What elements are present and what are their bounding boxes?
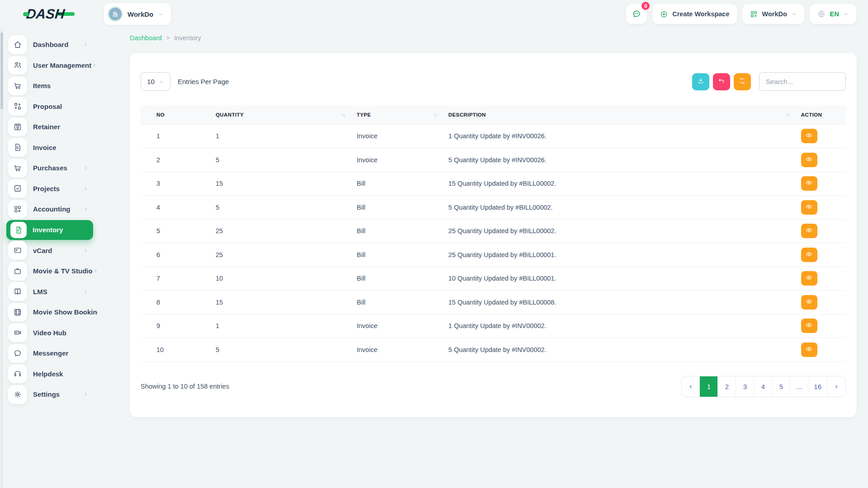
download-icon — [697, 77, 705, 86]
showing-entries-text: Showing 1 to 10 of 158 entries — [141, 383, 229, 390]
cell-quantity: 25 — [211, 243, 352, 267]
table-row: 10 5 Invoice 5 Quantity Update by #INV00… — [141, 338, 846, 362]
sidebar-item-movie-show-booking[interactable]: Movie Show Booking — [6, 302, 93, 323]
sidebar-item-inventory[interactable]: Inventory — [6, 220, 93, 240]
view-button[interactable] — [801, 153, 817, 167]
cell-no: 6 — [141, 243, 211, 267]
column-header-description[interactable]: DESCRIPTION↑↓ — [444, 106, 797, 124]
cell-no: 10 — [141, 338, 211, 362]
column-label: DESCRIPTION — [448, 112, 486, 117]
sidebar-item-movie-tv-studio[interactable]: Movie & TV Studio — [6, 261, 93, 282]
chevron-right-icon — [83, 289, 89, 295]
cell-quantity: 15 — [211, 172, 352, 196]
chevron-right-icon — [91, 62, 97, 68]
sidebar-item-accounting[interactable]: Accounting — [6, 199, 93, 220]
workspace-pill[interactable]: WorkDo — [104, 3, 171, 25]
chevron-down-icon — [843, 11, 849, 17]
column-header-action: ACTION — [797, 106, 846, 124]
chevron-right-icon — [83, 42, 89, 47]
page-button-5[interactable]: 5 — [772, 376, 790, 397]
table-row: 5 25 Bill 25 Quantity Updated by #BILL00… — [141, 219, 846, 243]
undo-button[interactable] — [713, 73, 730, 90]
cell-quantity: 1 — [211, 124, 352, 148]
entries-per-page-select[interactable]: 10 — [141, 72, 170, 91]
sidebar-item-vcard[interactable]: vCard — [6, 240, 93, 261]
workspace-switcher-button[interactable]: WorkDo — [742, 4, 804, 24]
sidebar-nav: Dashboard User Management Items Proposal… — [6, 34, 93, 405]
brand-name: DASH — [25, 6, 66, 22]
sidebar-scrollbar-thumb[interactable] — [0, 33, 3, 109]
cell-no: 9 — [141, 314, 211, 338]
column-label: NO — [156, 112, 165, 117]
table-controls: 10 Entries Per Page — [141, 72, 846, 91]
breadcrumb-dashboard-link[interactable]: Dashboard — [130, 34, 162, 42]
column-header-quantity[interactable]: QUANTITY↑↓ — [211, 106, 352, 124]
save-icon — [8, 117, 27, 136]
page-button-2[interactable]: 2 — [718, 376, 736, 397]
page-button-1[interactable]: 1 — [700, 376, 718, 397]
pagination-prev-button[interactable]: ‹ — [682, 376, 700, 397]
sidebar-item-retainer[interactable]: Retainer — [6, 117, 93, 137]
view-button[interactable] — [801, 224, 817, 238]
cell-no: 2 — [141, 148, 211, 172]
view-button[interactable] — [801, 200, 817, 215]
eye-icon — [805, 345, 813, 354]
chevron-right-icon — [83, 165, 89, 171]
chevron-down-icon — [159, 79, 164, 84]
cell-description: 15 Quantity Updated by #BILL00002. — [444, 172, 797, 196]
chevron-right-icon — [83, 186, 89, 192]
sidebar-item-purchases[interactable]: Purchases — [6, 158, 93, 178]
view-button[interactable] — [801, 248, 817, 262]
sidebar-item-video-hub[interactable]: Video Hub — [6, 323, 93, 343]
cell-type: Invoice — [352, 148, 444, 172]
column-label: ACTION — [801, 112, 822, 117]
cell-description: 1 Quantity Update by #INV00002. — [444, 314, 797, 338]
sidebar-item-lms[interactable]: LMS — [6, 282, 93, 302]
page-button-4[interactable]: 4 — [754, 376, 772, 397]
cell-type: Invoice — [352, 314, 444, 338]
chevron-right-icon — [83, 206, 89, 212]
view-button[interactable] — [801, 271, 817, 286]
view-button[interactable] — [801, 343, 817, 357]
sort-icon: ↑↓ — [434, 112, 437, 117]
sidebar-item-items[interactable]: Items — [6, 75, 93, 96]
messages-button[interactable]: 0 — [626, 4, 647, 24]
sort-icon: ↑↓ — [342, 112, 345, 117]
create-workspace-button[interactable]: Create Workspace — [652, 4, 736, 24]
home-icon — [8, 35, 27, 54]
sidebar-item-proposal[interactable]: Proposal — [6, 96, 93, 117]
view-button[interactable] — [801, 319, 817, 333]
cell-quantity: 25 — [211, 219, 352, 243]
cell-quantity: 15 — [211, 291, 352, 314]
sidebar-item-settings[interactable]: Settings — [6, 384, 93, 405]
workspace-switcher-label: WorkDo — [762, 10, 787, 18]
sidebar-item-helpdesk[interactable]: Helpdesk — [6, 364, 93, 385]
sort-icon: ↑↓ — [786, 112, 789, 117]
messenger-icon — [8, 344, 27, 363]
search-input[interactable] — [759, 72, 846, 91]
pagination-ellipsis[interactable]: ... — [790, 376, 808, 397]
sidebar-item-projects[interactable]: Projects — [6, 178, 93, 199]
refresh-button[interactable] — [734, 73, 751, 90]
view-button[interactable] — [801, 295, 817, 310]
cell-type: Bill — [352, 172, 444, 196]
sidebar-item-invoice[interactable]: Invoice — [6, 137, 93, 158]
main-content: Manage Inventory Dashboard > Inventory 1… — [98, 0, 868, 417]
pagination-next-button[interactable]: › — [827, 376, 845, 397]
column-header-type[interactable]: TYPE↑↓ — [352, 106, 444, 124]
page-button-3[interactable]: 3 — [736, 376, 754, 397]
sidebar-item-dashboard[interactable]: Dashboard — [6, 34, 93, 55]
language-selector-button[interactable]: EN — [810, 4, 856, 24]
column-label: QUANTITY — [216, 112, 244, 117]
download-button[interactable] — [692, 73, 709, 90]
sidebar-item-user-management[interactable]: User Management — [6, 55, 93, 76]
page-button-16[interactable]: 16 — [808, 376, 827, 397]
view-button[interactable] — [801, 176, 817, 191]
sidebar-item-messenger[interactable]: Messenger — [6, 343, 93, 364]
cell-no: 4 — [141, 196, 211, 220]
undo-icon — [717, 77, 726, 86]
cell-description: 5 Quantity Update by #INV00002. — [444, 338, 797, 362]
chevron-right-icon — [83, 391, 89, 397]
view-button[interactable] — [801, 129, 817, 143]
create-workspace-label: Create Workspace — [672, 10, 729, 18]
